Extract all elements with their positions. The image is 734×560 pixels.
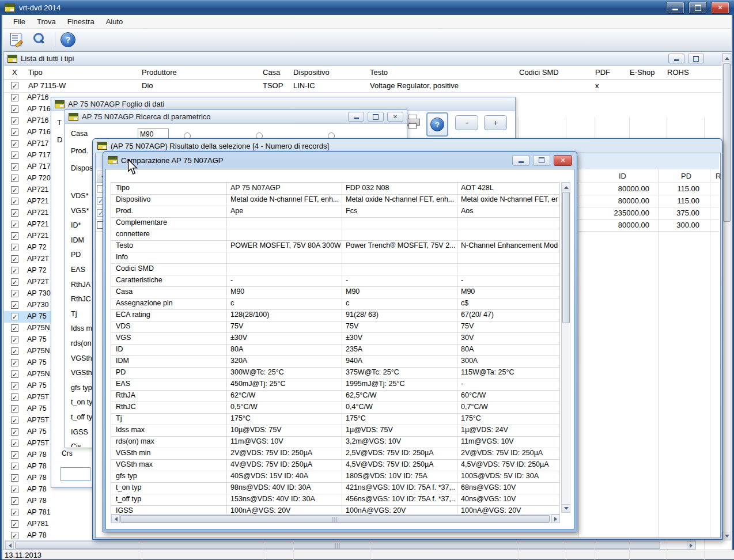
row-checkbox[interactable]: ✓ bbox=[11, 209, 18, 217]
row-checkbox[interactable]: ✓ bbox=[11, 255, 18, 263]
list-item[interactable]: ✓AP 78 bbox=[4, 472, 55, 484]
table-row[interactable]: DispositivoMetal oxide N-channel FET, en… bbox=[111, 194, 559, 206]
table-row[interactable]: TipoAP 75 N07AGPFDP 032 N08AOT 428L bbox=[111, 183, 559, 195]
list-item[interactable]: ✓AP 717 bbox=[4, 150, 55, 161]
table-row[interactable]: t_on typ98ns@VDS: 40V ID: 30A421ns@VGS: … bbox=[111, 482, 559, 494]
row-checkbox[interactable]: ✓ bbox=[11, 382, 18, 389]
table-row[interactable]: rds(on) max11m@VGS: 10V3,2m@VGS: 10V11m@… bbox=[111, 436, 559, 448]
scroll-down-button[interactable] bbox=[722, 532, 731, 540]
table-row[interactable]: ✓AP 7115-WDioTSOPLIN-ICVoltage Regulator… bbox=[4, 80, 721, 93]
row-checkbox[interactable]: ✓ bbox=[11, 301, 18, 309]
row-checkbox[interactable]: ✓ bbox=[11, 278, 18, 286]
comparazione-minimize-button[interactable] bbox=[512, 155, 529, 166]
row-checkbox[interactable]: ✓ bbox=[11, 221, 18, 228]
lista-titlebar[interactable]: Lista di tutti i tipi bbox=[4, 52, 732, 66]
list-item[interactable]: ✓AP 78 bbox=[4, 449, 55, 461]
table-row[interactable]: VGS±30V±30V30V bbox=[111, 332, 559, 345]
table-row[interactable]: PD300W@Tc: 25°C375W@Tc: 25°C115W@Ta: 25°… bbox=[111, 367, 559, 379]
row-checkbox[interactable]: ✓ bbox=[11, 324, 18, 332]
list-item[interactable]: ✓AP721 bbox=[4, 230, 55, 242]
list-item[interactable]: ✓AP 75 bbox=[4, 380, 55, 392]
crs-input[interactable] bbox=[60, 467, 90, 481]
comparazione-vertical-scrollbar[interactable] bbox=[561, 182, 570, 513]
comparazione-horizontal-scrollbar[interactable]: ||| bbox=[111, 514, 560, 523]
list-item[interactable]: ✓AP721 bbox=[4, 207, 55, 219]
row-checkbox[interactable]: ✓ bbox=[11, 140, 18, 147]
column-header-id[interactable]: ID bbox=[619, 172, 626, 180]
table-row[interactable]: connettere bbox=[111, 229, 559, 241]
column-header-e-shop[interactable]: E-Shop bbox=[630, 68, 654, 77]
ricerca-close-button[interactable]: ✕ bbox=[387, 112, 403, 122]
row-checkbox[interactable]: ✓ bbox=[11, 463, 18, 470]
scroll-up-button[interactable] bbox=[562, 183, 570, 191]
row-checkbox[interactable]: ✓ bbox=[11, 428, 18, 436]
column-header-dispositivo[interactable]: Dispositivo bbox=[293, 68, 330, 77]
list-item[interactable]: ✓AP 730 bbox=[4, 288, 55, 300]
row-checkbox[interactable]: ✓ bbox=[11, 497, 18, 505]
list-item[interactable]: ✓AP 720 bbox=[4, 173, 55, 184]
list-item[interactable]: ✓AP75T bbox=[4, 392, 55, 403]
row-checkbox[interactable]: ✓ bbox=[11, 405, 18, 413]
list-item[interactable]: ✓AP75N bbox=[4, 369, 55, 380]
row-checkbox[interactable]: ✓ bbox=[11, 152, 18, 159]
menu-item-aiuto[interactable]: Aiuto bbox=[100, 16, 129, 28]
column-header-x[interactable]: X bbox=[12, 68, 17, 77]
foglio-help-button[interactable]: ? bbox=[426, 112, 448, 137]
list-item[interactable]: ✓AP716 bbox=[4, 92, 55, 104]
menu-item-finestra[interactable]: Finestra bbox=[62, 16, 100, 28]
table-row[interactable]: Info bbox=[111, 252, 559, 264]
row-checkbox[interactable]: ✓ bbox=[11, 451, 18, 459]
list-item[interactable]: ✓AP 717 bbox=[4, 161, 55, 173]
list-item[interactable]: ✓AP72T bbox=[4, 253, 55, 265]
row-checkbox[interactable]: ✓ bbox=[11, 198, 18, 205]
list-item[interactable]: ✓AP 75 bbox=[4, 426, 55, 438]
list-item[interactable]: ✓AP 78 bbox=[4, 530, 55, 541]
column-header-pd[interactable]: PD bbox=[681, 172, 691, 180]
scroll-down-button[interactable] bbox=[562, 504, 570, 513]
column-header-codici-smd[interactable]: Codici SMD bbox=[519, 68, 559, 77]
row-checkbox[interactable]: ✓ bbox=[11, 128, 18, 136]
scroll-right-button[interactable] bbox=[687, 541, 695, 550]
lista-horizontal-scrollbar[interactable]: ||| bbox=[5, 540, 696, 550]
row-checkbox[interactable]: ✓ bbox=[11, 440, 18, 447]
ricerca-minimize-button[interactable] bbox=[348, 112, 364, 122]
row-checkbox[interactable]: ✓ bbox=[11, 474, 18, 482]
row-checkbox[interactable]: ✓ bbox=[11, 117, 18, 124]
list-item[interactable]: ✓AP75T bbox=[4, 438, 55, 449]
table-row[interactable]: Tj175°C175°C175°C bbox=[111, 413, 559, 425]
row-checkbox[interactable]: ✓ bbox=[11, 520, 18, 528]
scrollbar-thumb[interactable] bbox=[723, 63, 731, 222]
scroll-right-button[interactable] bbox=[551, 514, 560, 523]
ricerca-titlebar[interactable]: AP 75 N07AGP Ricerca di parametrico ✕ bbox=[65, 110, 407, 124]
scrollbar-thumb[interactable] bbox=[562, 192, 570, 323]
table-row[interactable]: ECA rating128(28/100)91(28/ 63)67(20/ 47… bbox=[111, 309, 559, 321]
table-row[interactable]: IDM320A940A300A bbox=[111, 355, 559, 368]
list-item[interactable]: ✓AP717 bbox=[4, 138, 55, 150]
row-checkbox[interactable]: ✓ bbox=[11, 393, 18, 401]
scrollbar-thumb[interactable]: ||| bbox=[15, 542, 660, 549]
scroll-left-button[interactable] bbox=[111, 514, 120, 523]
row-checkbox[interactable]: ✓ bbox=[11, 532, 18, 539]
list-item[interactable]: ✓AP75N bbox=[4, 346, 55, 357]
table-row[interactable]: CasaM90M90M90 bbox=[111, 286, 559, 298]
table-row[interactable]: EAS450mJ@Tj: 25°C1995mJ@Tj: 25°C- bbox=[111, 379, 559, 391]
table-row[interactable]: Idss max10µ@VDS: 75V1µ@VDS: 75V1µ@VDS: 2… bbox=[111, 425, 559, 437]
list-item[interactable]: ✓AP721 bbox=[4, 196, 55, 207]
row-checkbox[interactable]: ✓ bbox=[11, 370, 18, 378]
scroll-left-button[interactable] bbox=[5, 541, 14, 550]
list-item[interactable]: ✓AP 781 bbox=[4, 507, 55, 519]
list-item[interactable]: ✓AP 75 bbox=[4, 357, 55, 369]
row-checkbox[interactable]: ✓ bbox=[11, 336, 18, 343]
help-button[interactable]: ? bbox=[60, 32, 75, 47]
table-row[interactable]: TestoPOWER MOSFET, 75V 80A 300WPower Tre… bbox=[111, 240, 559, 252]
row-checkbox[interactable]: ✓ bbox=[11, 486, 18, 493]
row-checkbox[interactable]: ✓ bbox=[11, 244, 18, 251]
table-row[interactable]: Caratteristiche--- bbox=[111, 275, 559, 287]
list-item[interactable]: ✓AP 75 bbox=[4, 403, 55, 415]
row-checkbox[interactable]: ✓ bbox=[11, 509, 18, 516]
list-item[interactable]: ✓AP72T bbox=[4, 277, 55, 288]
column-header-produttore[interactable]: Produttore bbox=[142, 68, 177, 77]
menu-item-trova[interactable]: Trova bbox=[31, 16, 62, 28]
row-checkbox[interactable]: ✓ bbox=[11, 163, 18, 171]
row-checkbox[interactable]: ✓ bbox=[11, 347, 18, 355]
